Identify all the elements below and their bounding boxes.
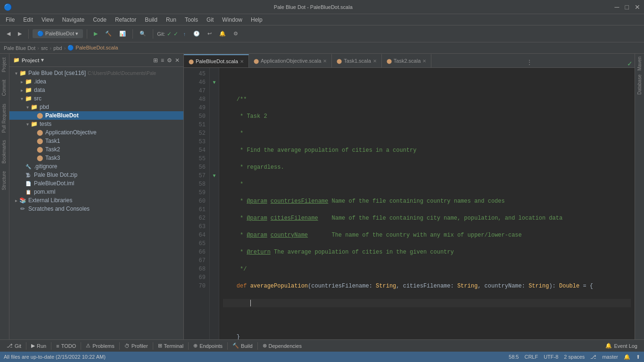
close-button[interactable]: ✕ (635, 3, 640, 11)
project-dropdown[interactable]: 🔵 PaleBlueDot ▾ (33, 29, 83, 38)
tab-task1[interactable]: ⬤ Task1.scala ✕ (332, 54, 381, 67)
sidebar-collapse-btn[interactable]: ≡ (161, 57, 164, 64)
toolbar-separator-4 (153, 29, 153, 39)
tree-item-tests[interactable]: ▾ 📁 tests (9, 120, 183, 128)
profiler-button[interactable]: ⏱ Profiler (122, 342, 151, 350)
tab-close-palebluedot[interactable]: ✕ (240, 59, 244, 64)
problems-button[interactable]: ⚠ Problems (83, 342, 117, 350)
vert-tab-database[interactable]: Database (637, 73, 642, 97)
project-dropdown-arrow[interactable]: ▾ (41, 57, 44, 63)
toolbar-separator-2 (87, 29, 87, 39)
tab-close-task1[interactable]: ✕ (373, 58, 377, 64)
sidebar-actions: ⊞ ≡ ⚙ ✕ (153, 57, 180, 64)
tree-item-gitignore[interactable]: 🔧 .gitignore (9, 162, 183, 171)
sidebar-hide-btn[interactable]: ✕ (175, 57, 180, 64)
code-editor[interactable]: 45 46 47 48 49 50 51 52 53 54 55 56 57 5… (184, 68, 635, 339)
checkmark-button[interactable]: ✓ (627, 60, 633, 67)
menu-git[interactable]: Git (203, 16, 217, 24)
vert-tab-bookmarks[interactable]: Bookmarks (0, 136, 9, 167)
tree-label-iml: PaleBlueDot.iml (34, 180, 74, 187)
tree-item-pom[interactable]: 📋 pom.xml (9, 188, 183, 196)
endpoints-button[interactable]: ⊕ Endpoints (190, 342, 225, 350)
status-vcs[interactable]: master (602, 354, 618, 360)
maximize-button[interactable]: □ (625, 3, 629, 11)
notifications-button[interactable]: 🔔 (216, 29, 229, 38)
code-content[interactable]: /** * Task 2 * * Find the average popula… (219, 68, 635, 339)
btool-sep (119, 342, 120, 350)
menu-navigate[interactable]: Navigate (58, 16, 88, 24)
status-position[interactable]: 58:5 (509, 354, 519, 360)
status-notifications[interactable]: 🔔 (624, 354, 630, 360)
forward-button[interactable]: ▶ (15, 29, 25, 38)
code-line-46: /** (223, 95, 631, 104)
tree-item-pbd[interactable]: ▾ 📁 pbd (9, 103, 183, 111)
tree-item-data[interactable]: ▸ 📁 data (9, 86, 183, 94)
menu-view[interactable]: View (38, 16, 58, 24)
run-button[interactable]: ▶ (91, 29, 100, 38)
menu-tools[interactable]: Tools (181, 16, 202, 24)
menu-edit[interactable]: Edit (19, 16, 37, 24)
terminal-button[interactable]: ⊞ Terminal (155, 342, 187, 350)
window-controls[interactable]: ─ □ ✕ (615, 3, 640, 11)
tree-item-scratches[interactable]: ✏ Scratches and Consoles (9, 205, 183, 213)
tab-close-appobjective[interactable]: ✕ (323, 58, 327, 64)
tree-item-task3[interactable]: ⬤ Task3 (9, 154, 183, 162)
tree-item-src[interactable]: ▾ 📁 src (9, 94, 183, 103)
dependencies-label: Dependencies (269, 343, 302, 349)
git-push[interactable]: ↑ (180, 30, 189, 38)
tree-item-idea[interactable]: ▸ 📁 .idea (9, 77, 183, 86)
tab-task2[interactable]: ⬤ Task2.scala ✕ (382, 54, 431, 67)
menu-refactor[interactable]: Refactor (111, 16, 140, 24)
tree-item-task1[interactable]: ⬤ Task1 (9, 137, 183, 145)
sidebar-settings-btn[interactable]: ⚙ (167, 57, 172, 64)
status-line-ending[interactable]: CRLF (524, 354, 538, 360)
tab-close-task2[interactable]: ✕ (422, 58, 426, 64)
coverage-button[interactable]: 📊 (116, 29, 129, 38)
vert-tab-structure[interactable]: Structure (0, 167, 9, 194)
tab-palebluedot[interactable]: ⬤ PaleBlueDot.scala ✕ (184, 54, 249, 67)
menu-build[interactable]: Build (141, 16, 161, 24)
git-history[interactable]: 🕐 (190, 29, 203, 38)
vcs-icon: ⎇ (590, 354, 596, 360)
tree-item-appobjective[interactable]: ⬤ ApplicationObjective (9, 128, 183, 137)
event-log-button[interactable]: 🔔 Event Log (603, 342, 640, 350)
vert-tab-commit[interactable]: Commit (0, 76, 9, 99)
menu-help[interactable]: Help (247, 16, 266, 24)
menu-window[interactable]: Window (218, 16, 246, 24)
todo-button[interactable]: ≡ TODO (53, 342, 79, 350)
tab-appobjective[interactable]: ⬤ ApplicationObjective.scala ✕ (249, 54, 332, 67)
menu-code[interactable]: Code (89, 16, 110, 24)
dependencies-button[interactable]: ⊗ Dependencies (260, 342, 305, 350)
file-icon: 🔧 (25, 164, 32, 169)
vert-tab-maven[interactable]: Maven (637, 55, 642, 73)
breadcrumb-item-file[interactable]: 🔵 PaleBlueDot.scala (67, 45, 118, 51)
build-button[interactable]: 🔨 (102, 29, 115, 38)
search-everywhere[interactable]: 🔍 (137, 29, 149, 38)
sidebar-scope-btn[interactable]: ⊞ (153, 57, 158, 64)
status-indent[interactable]: 2 spaces (564, 354, 585, 360)
breadcrumb-item[interactable]: src (41, 45, 48, 51)
menu-run[interactable]: Run (162, 16, 180, 24)
settings-button[interactable]: ⚙ (231, 29, 241, 38)
menu-file[interactable]: File (2, 16, 18, 24)
status-encoding[interactable]: UTF-8 (544, 354, 558, 360)
back-button[interactable]: ◀ (4, 29, 13, 38)
tree-item-iml[interactable]: 📄 PaleBlueDot.iml (9, 179, 183, 188)
build-tool-button[interactable]: 🔨 Build (230, 342, 255, 350)
tree-item-root[interactable]: ▾ 📁 Pale Blue Dot [cse116] C:\Users\Publ… (9, 69, 183, 77)
breadcrumb-item[interactable]: pbd (53, 45, 62, 51)
tabs-overflow[interactable]: ⋮ (523, 57, 536, 67)
tree-label-task3: Task3 (45, 155, 60, 161)
run-tool-button[interactable]: ▶ Run (28, 342, 49, 350)
vert-tab-pull[interactable]: Pull Requests (0, 100, 9, 137)
minimize-button[interactable]: ─ (615, 3, 619, 11)
tree-item-extlibs[interactable]: ▸ 📚 External Libraries (9, 196, 183, 205)
git-undo[interactable]: ↩ (205, 29, 215, 38)
tree-item-zip[interactable]: 🗜 Pale Blue Dot.zip (9, 171, 183, 179)
breadcrumb-item[interactable]: Pale Blue Dot (4, 45, 35, 51)
tree-item-palebluedot[interactable]: ⬤ PaleBlueDot (9, 111, 183, 120)
right-gutter: Maven Database (635, 54, 644, 339)
vert-tab-project[interactable]: Project (0, 54, 9, 76)
git-tool-button[interactable]: ⎇ Git (4, 342, 24, 350)
tree-item-task2[interactable]: ⬤ Task2 (9, 145, 183, 154)
